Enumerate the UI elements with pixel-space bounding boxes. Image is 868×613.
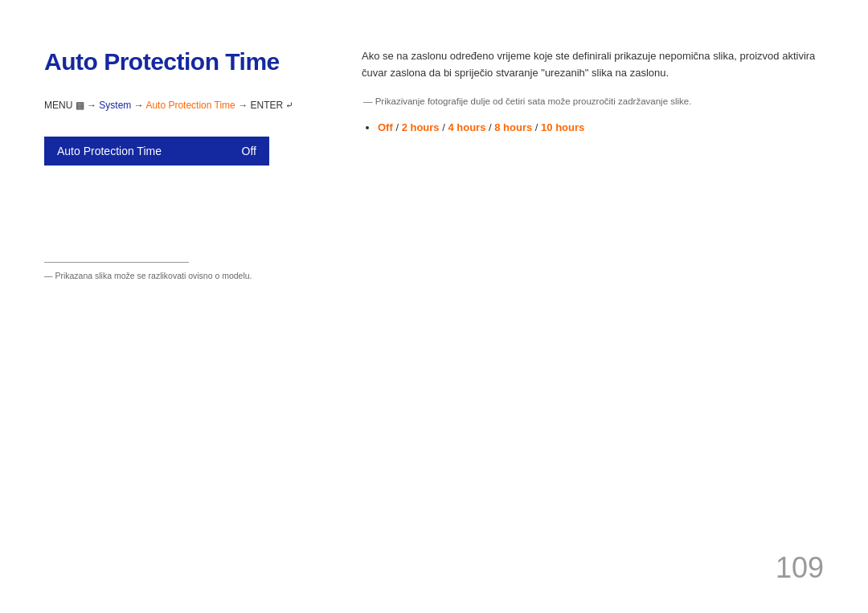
menu-box-value: Off [242,145,256,157]
option-8hours: 8 hours [494,121,532,133]
option-4hours: 4 hours [448,121,485,133]
separator2: / [440,121,448,133]
options-list: Off / 2 hours / 4 hours / 8 hours / 10 h… [362,120,828,137]
menu-box-title: Auto Protection Time [57,145,162,157]
menu-prefix: MENU [44,100,76,111]
footnote-text: ― Prikazana slika može se razlikovati ov… [44,271,317,280]
menu-box: Auto Protection Time Off [44,137,269,166]
right-column: Ako se na zaslonu određeno vrijeme koje … [362,48,828,137]
menu-arrow1: → [87,100,99,111]
enter-label: ENTER [250,100,285,111]
footnote-divider [44,262,189,263]
left-column: Auto Protection Time MENU ▩ → System → A… [44,48,317,280]
separator3: / [485,121,494,133]
page-container: Auto Protection Time MENU ▩ → System → A… [0,0,868,613]
options-item: Off / 2 hours / 4 hours / 8 hours / 10 h… [378,120,828,137]
option-off: Off [378,121,393,133]
page-number: 109 [776,551,824,585]
option-2hours: 2 hours [402,121,440,133]
note-text: ― Prikazivanje fotografije dulje od četi… [362,95,828,108]
option-10hours: 10 hours [541,121,584,133]
system-link: System [99,100,131,111]
menu-icon: ▩ [76,100,84,111]
separator1: / [393,121,402,133]
page-title: Auto Protection Time [44,48,317,76]
separator4: / [532,121,541,133]
menu-path: MENU ▩ → System → Auto Protection Time →… [44,98,317,112]
enter-icon: ⤶ [285,100,293,111]
apt-link: Auto Protection Time [145,100,235,111]
menu-arrow3: → [238,100,250,111]
menu-arrow2: → [134,100,146,111]
description-text: Ako se na zaslonu određeno vrijeme koje … [362,48,828,82]
